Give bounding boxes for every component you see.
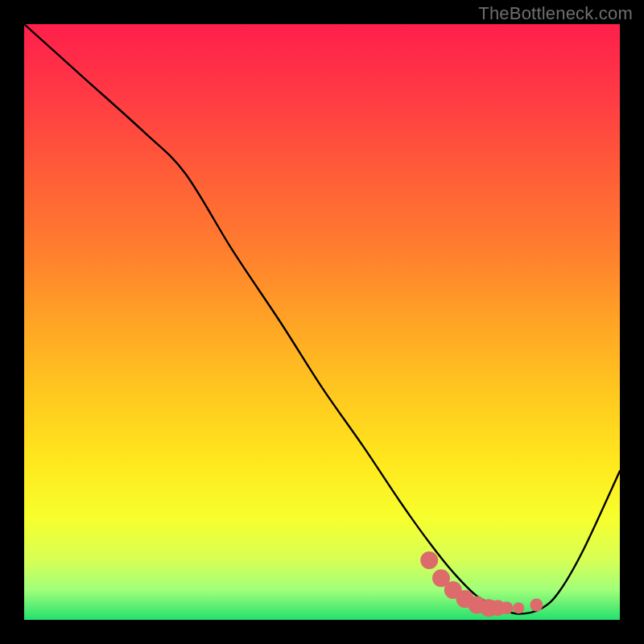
watermark-text: TheBottleneck.com [478,3,633,24]
chart-frame: TheBottleneck.com [0,0,644,644]
highlight-dot [513,602,524,613]
plot-svg [24,24,620,620]
highlight-dot [500,601,513,614]
highlight-dot [530,599,543,612]
plot-area [24,24,620,620]
highlight-dot [420,551,438,569]
gradient-background [24,24,620,620]
